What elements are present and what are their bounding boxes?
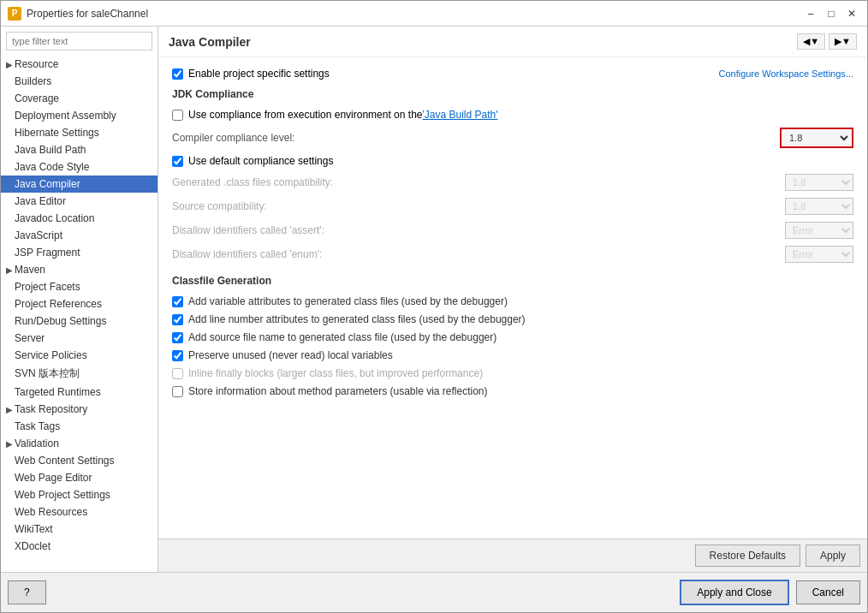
check-item-2: Add line number attributes to generated …	[172, 313, 853, 325]
sidebar: ▶ ResourceBuildersCoverageDeployment Ass…	[1, 27, 158, 572]
compiler-compliance-select[interactable]: 1.8 1.7 1.6 11	[782, 130, 851, 146]
check5-label: Inline finally blocks (larger class file…	[188, 367, 483, 379]
close-button[interactable]: ✕	[843, 5, 860, 22]
sidebar-item-javadoc-location[interactable]: Javadoc Location	[1, 210, 158, 227]
check6-label: Store information about method parameter…	[188, 385, 488, 397]
sidebar-item-hibernate-settings[interactable]: Hibernate Settings	[1, 124, 158, 141]
classfile-section: Classfile Generation Add variable attrib…	[172, 275, 853, 397]
check5-checkbox[interactable]	[172, 368, 183, 379]
use-compliance-row: Use compliance from execution environmen…	[172, 109, 853, 121]
check-item-3: Add source file name to generated class …	[172, 331, 853, 343]
sidebar-item-coverage[interactable]: Coverage	[1, 90, 158, 107]
sidebar-item-task-tags[interactable]: Task Tags	[1, 418, 158, 435]
sidebar-item-deployment-assembly[interactable]: Deployment Assembly	[1, 107, 158, 124]
main-content: ▶ ResourceBuildersCoverageDeployment Ass…	[1, 27, 867, 572]
check-item-4: Preserve unused (never read) local varia…	[172, 349, 853, 361]
compliance-level-row: Compiler compliance level: 1.8 1.7 1.6 1…	[172, 128, 853, 148]
sidebar-item-web-project-settings[interactable]: Web Project Settings	[1, 486, 158, 503]
sidebar-item-project-facets[interactable]: Project Facets	[1, 278, 158, 295]
panel-title: Java Compiler	[169, 35, 251, 49]
sidebar-item-run-debug-settings[interactable]: Run/Debug Settings	[1, 312, 158, 330]
use-compliance-checkbox[interactable]	[172, 110, 183, 121]
check3-checkbox[interactable]	[172, 332, 183, 343]
disallow-assert-row: Disallow identifiers called 'assert': Er…	[172, 222, 853, 239]
sidebar-item-javascript[interactable]: JavaScript	[1, 227, 158, 244]
sidebar-item-validation[interactable]: ▶ Validation	[1, 435, 158, 452]
sidebar-item-xdoclet[interactable]: XDoclet	[1, 538, 158, 555]
sidebar-item-resource[interactable]: ▶ Resource	[1, 56, 158, 73]
use-default-row: Use default compliance settings	[172, 155, 853, 167]
check2-checkbox[interactable]	[172, 314, 183, 325]
sidebar-item-web-content-settings[interactable]: Web Content Settings	[1, 452, 158, 469]
sidebar-item-java-compiler[interactable]: Java Compiler	[1, 176, 158, 193]
generated-class-select[interactable]: 1.8	[785, 174, 853, 191]
action-bar: ? Apply and Close Cancel	[1, 572, 867, 612]
title-bar: P Properties for saleChannel – □ ✕	[1, 1, 867, 27]
expand-arrow-maven: ▶	[6, 265, 15, 275]
generated-class-label: Generated .class files compatibility:	[172, 176, 785, 188]
enable-settings-checkbox[interactable]	[172, 68, 183, 80]
properties-window: P Properties for saleChannel – □ ✕ ▶ Res…	[0, 0, 868, 613]
sidebar-item-jsp-fragment[interactable]: JSP Fragment	[1, 244, 158, 261]
check4-label: Preserve unused (never read) local varia…	[188, 349, 393, 361]
disallow-enum-select[interactable]: Error	[785, 246, 853, 263]
restore-defaults-button[interactable]: Restore Defaults	[695, 545, 800, 567]
sidebar-item-java-build-path[interactable]: Java Build Path	[1, 141, 158, 158]
expand-arrow-task-repository: ▶	[6, 405, 15, 414]
window-icon: P	[8, 7, 21, 21]
check2-label: Add line number attributes to generated …	[188, 313, 526, 325]
check1-checkbox[interactable]	[172, 296, 183, 307]
sidebar-item-task-repository[interactable]: ▶ Task Repository	[1, 401, 158, 418]
sidebar-item-targeted-runtimes[interactable]: Targeted Runtimes	[1, 384, 158, 401]
use-default-checkbox[interactable]	[172, 156, 183, 167]
disallow-assert-select[interactable]: Error	[785, 222, 853, 239]
sidebar-item-service-policies[interactable]: Service Policies	[1, 347, 158, 364]
sidebar-item-java-editor[interactable]: Java Editor	[1, 193, 158, 210]
disallow-enum-row: Disallow identifiers called 'enum': Erro…	[172, 246, 853, 263]
sidebar-item-svn[interactable]: SVN 版本控制	[1, 364, 158, 384]
check6-checkbox[interactable]	[172, 386, 183, 397]
sidebar-item-project-references[interactable]: Project References	[1, 295, 158, 312]
forward-button[interactable]: ▶▼	[829, 33, 857, 50]
enable-settings-label: Enable project specific settings	[188, 68, 330, 80]
apply-close-button[interactable]: Apply and Close	[680, 580, 788, 605]
configure-link[interactable]: Configure Workspace Settings...	[718, 68, 853, 79]
sidebar-list: ▶ ResourceBuildersCoverageDeployment Ass…	[1, 56, 158, 572]
source-compat-select[interactable]: 1.8	[785, 198, 853, 215]
sidebar-item-web-page-editor[interactable]: Web Page Editor	[1, 469, 158, 486]
apply-button[interactable]: Apply	[806, 545, 860, 567]
panel-body: Enable project specific settings Configu…	[158, 57, 867, 539]
right-panel: Java Compiler ◀▼ ▶▼ Enable project speci…	[158, 27, 867, 572]
source-compat-label: Source compatibility:	[172, 200, 785, 212]
minimize-button[interactable]: –	[802, 5, 819, 22]
expand-arrow-validation: ▶	[6, 439, 15, 449]
check4-checkbox[interactable]	[172, 350, 183, 361]
classfile-section-title: Classfile Generation	[172, 275, 853, 287]
sidebar-item-server[interactable]: Server	[1, 330, 158, 347]
filter-input[interactable]	[6, 32, 152, 51]
back-button[interactable]: ◀▼	[797, 33, 825, 50]
sidebar-item-maven[interactable]: ▶ Maven	[1, 261, 158, 278]
bottom-bar: Restore Defaults Apply	[158, 539, 867, 572]
sidebar-item-wikitext[interactable]: WikiText	[1, 521, 158, 538]
check-item-5: Inline finally blocks (larger class file…	[172, 367, 853, 379]
check-item-6: Store information about method parameter…	[172, 385, 853, 397]
compliance-level-wrapper: 1.8 1.7 1.6 11	[780, 128, 853, 148]
panel-nav: ◀▼ ▶▼	[797, 33, 857, 50]
sidebar-item-web-resources[interactable]: Web Resources	[1, 503, 158, 521]
help-button[interactable]: ?	[8, 580, 46, 604]
maximize-button[interactable]: □	[823, 5, 840, 22]
cancel-button[interactable]: Cancel	[796, 580, 860, 604]
sidebar-item-java-code-style[interactable]: Java Code Style	[1, 158, 158, 176]
title-bar-buttons: – □ ✕	[802, 5, 860, 22]
check-item-1: Add variable attributes to generated cla…	[172, 295, 853, 307]
jdk-section-title: JDK Compliance	[172, 88, 853, 100]
check1-label: Add variable attributes to generated cla…	[188, 295, 508, 307]
use-default-label: Use default compliance settings	[188, 155, 333, 167]
disallow-assert-label: Disallow identifiers called 'assert':	[172, 224, 785, 236]
java-build-path-link[interactable]: 'Java Build Path'	[422, 109, 497, 121]
sidebar-item-builders[interactable]: Builders	[1, 73, 158, 90]
expand-arrow-resource: ▶	[6, 60, 15, 69]
use-compliance-label: Use compliance from execution environmen…	[188, 109, 422, 121]
window-title: Properties for saleChannel	[27, 8, 802, 20]
